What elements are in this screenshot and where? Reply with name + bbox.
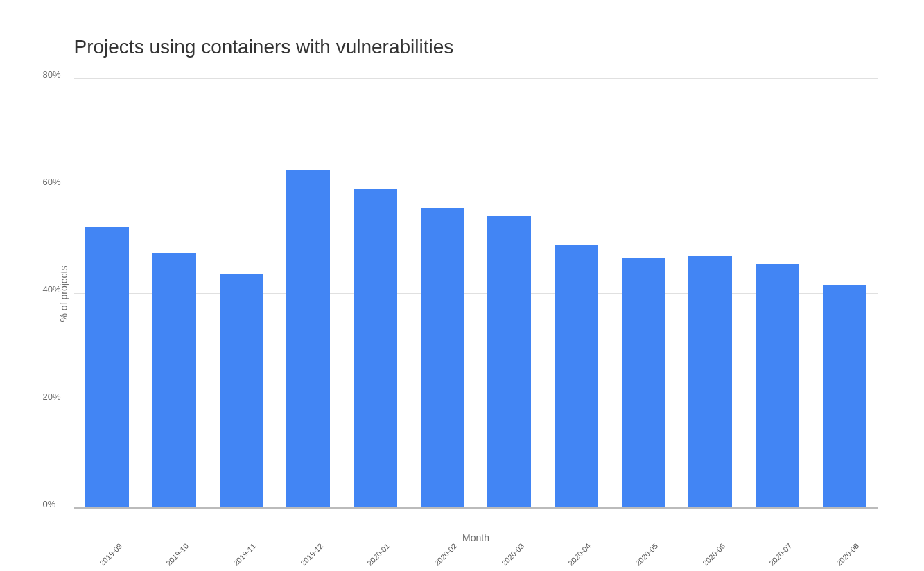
bar — [286, 170, 330, 508]
bar — [487, 216, 531, 508]
bar-group: 2019-09 — [74, 79, 141, 508]
bar-x-label: 2019-11 — [232, 542, 257, 568]
bar-group: 2020-06 — [677, 79, 744, 508]
bar-group: 2020-05 — [610, 79, 677, 508]
bar-x-label: 2019-09 — [98, 542, 123, 568]
bar-group: 2020-07 — [744, 79, 811, 508]
bar-group: 2020-02 — [409, 79, 476, 508]
bar — [622, 258, 665, 508]
bar-x-label: 2020-07 — [768, 542, 794, 568]
y-axis-tick-label: 60% — [43, 176, 61, 186]
chart-title: Projects using containers with vulnerabi… — [74, 36, 878, 58]
bar-x-label: 2020-08 — [835, 542, 860, 568]
bar-x-label: 2020-03 — [500, 542, 525, 568]
chart-area: % of projects 80%60%40%20%0% 2019-092019… — [74, 79, 878, 509]
bar — [354, 189, 397, 508]
bar — [220, 274, 263, 508]
bar-group: 2019-10 — [141, 79, 208, 508]
bar-x-label: 2019-12 — [299, 542, 324, 568]
y-axis-tick-label: 80% — [43, 69, 61, 79]
bar-group: 2020-03 — [476, 79, 543, 508]
bar-x-label: 2020-02 — [433, 542, 458, 568]
y-axis-tick-label: 40% — [43, 283, 61, 294]
bar — [688, 256, 732, 508]
bar — [85, 227, 129, 508]
bar-x-label: 2020-01 — [365, 542, 391, 568]
bar-group: 2019-12 — [275, 79, 342, 508]
baseline — [74, 507, 878, 509]
bars-container: 2019-092019-102019-112019-122020-012020-… — [74, 79, 878, 509]
y-axis-tick-label: 20% — [43, 391, 61, 401]
bar — [152, 253, 196, 508]
bar-group: 2019-11 — [208, 79, 275, 508]
bar — [823, 286, 866, 508]
bar-x-label: 2020-06 — [701, 542, 726, 568]
x-axis-label: Month — [462, 532, 489, 543]
bar-group: 2020-04 — [543, 79, 610, 508]
bar — [555, 245, 598, 508]
bar-x-label: 2020-04 — [567, 542, 593, 568]
bar — [756, 264, 799, 508]
bar-x-label: 2019-10 — [164, 542, 190, 568]
y-axis-label: % of projects — [58, 266, 69, 322]
y-axis-tick-label: 0% — [43, 498, 56, 509]
bar-group: 2020-01 — [342, 79, 409, 508]
bar-x-label: 2020-05 — [634, 542, 659, 568]
bar-group: 2020-08 — [811, 79, 878, 508]
bar — [421, 208, 464, 508]
chart-container: Projects using containers with vulnerabi… — [19, 15, 906, 556]
